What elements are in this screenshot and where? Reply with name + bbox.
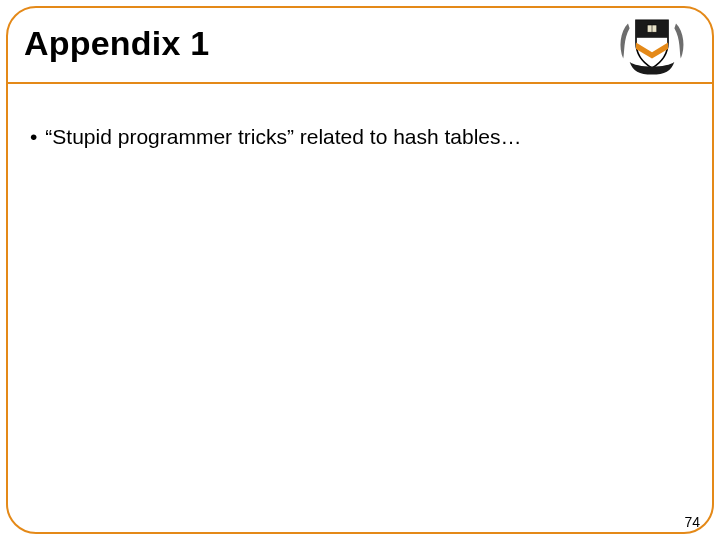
slide: Appendix 1 • “Stupid programmer tricks” … — [0, 0, 720, 540]
slide-border — [6, 6, 714, 534]
slide-title: Appendix 1 — [24, 24, 209, 63]
bullet-dot-icon: • — [30, 124, 37, 150]
bullet-text: “Stupid programmer tricks” related to ha… — [45, 124, 521, 150]
bullet-item: • “Stupid programmer tricks” related to … — [30, 124, 522, 150]
princeton-shield-icon — [612, 12, 692, 78]
page-number: 74 — [684, 514, 700, 530]
title-divider — [8, 82, 712, 84]
